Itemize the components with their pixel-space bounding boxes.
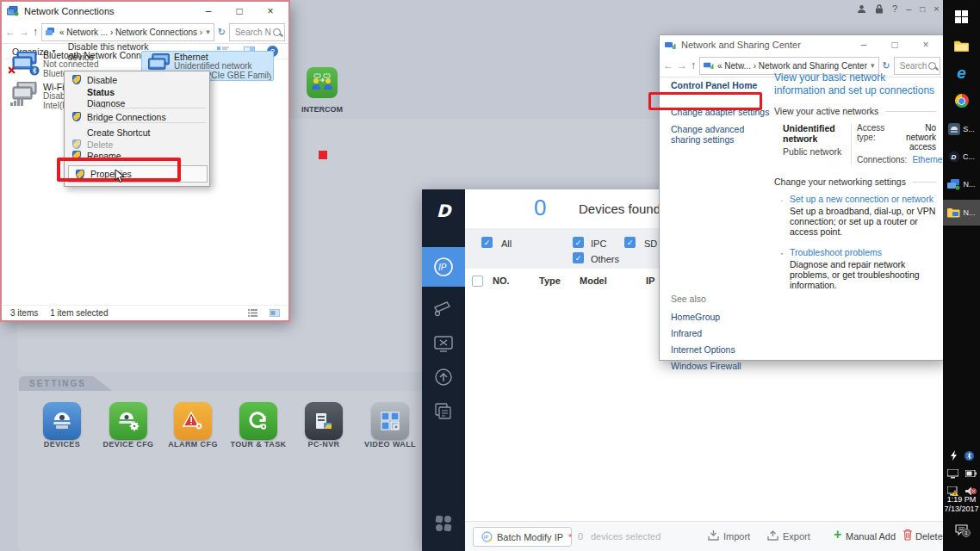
bluetooth-tray-icon[interactable] [964, 451, 974, 461]
troubleshoot-link[interactable]: Troubleshoot problems [790, 247, 936, 257]
pc-nvr-icon[interactable] [305, 402, 343, 440]
import-button[interactable]: Import [723, 531, 750, 542]
nav-logs-icon[interactable] [422, 394, 465, 429]
nsc-up[interactable]: ↑ [691, 59, 696, 71]
filter-all-checkbox[interactable]: ✓ [481, 237, 493, 248]
filter-sd-label: SD [644, 238, 657, 249]
sync-icon[interactable] [950, 450, 958, 461]
nc-forward[interactable]: → [19, 26, 29, 38]
chrome-icon[interactable] [943, 90, 980, 112]
lock-icon[interactable] [875, 4, 884, 14]
task-configtool[interactable]: D C... [943, 145, 980, 169]
nsc-forward[interactable]: → [677, 59, 687, 71]
details-view-icon[interactable] [248, 309, 257, 317]
nsc-maximize[interactable]: □ [882, 39, 908, 51]
task-network-connections-active[interactable]: N... [943, 200, 980, 226]
task-network[interactable]: N... [943, 172, 980, 196]
connections-ethernet-link[interactable]: Ethernet [912, 155, 945, 164]
devices-icon[interactable] [43, 402, 81, 440]
nsc-minimize[interactable]: – [851, 39, 877, 51]
nsc-breadcrumb-dropdown[interactable]: ▾ [871, 61, 875, 70]
nc-minimize[interactable]: – [195, 5, 221, 17]
filter-sd-checkbox[interactable]: ✓ [624, 237, 636, 248]
nsc-close[interactable]: × [913, 39, 939, 51]
close-icon[interactable]: × [933, 3, 939, 14]
nc-search[interactable] [229, 23, 285, 41]
task-smartpss[interactable]: S... [943, 117, 980, 141]
filter-others-checkbox[interactable]: ✓ [573, 252, 584, 263]
nc-breadcrumb-path: « Network ... › Network Connections › [59, 28, 202, 37]
menu-item-create-shortcut[interactable]: Create Shortcut [65, 127, 214, 138]
select-all-checkbox[interactable] [472, 276, 483, 287]
nav-upgrade-icon[interactable] [422, 360, 465, 394]
user-icon[interactable] [857, 4, 866, 14]
filter-ipc-label: IPC [591, 238, 606, 249]
nc-breadcrumb-dropdown[interactable]: ▾ [206, 28, 210, 36]
record-indicator [319, 151, 327, 159]
adapter-wifi-name[interactable]: Wi-Fi [43, 83, 65, 91]
control-panel-home-link[interactable]: Control Panel Home [671, 80, 772, 90]
menu-item-rename[interactable]: Rename [65, 150, 214, 161]
menu-item-disable[interactable]: Disable [65, 74, 214, 85]
filter-all-label: All [501, 238, 512, 249]
uac-shield-icon [72, 139, 81, 149]
tour-task-icon[interactable] [239, 402, 277, 440]
windows-firewall-link[interactable]: Windows Firewall [671, 361, 741, 371]
nav-ip-icon[interactable]: IP [422, 247, 465, 287]
help-icon[interactable]: ? [892, 3, 897, 14]
manual-add-button[interactable]: Manual Add [846, 531, 896, 542]
setup-connection-link[interactable]: Set up a new connection or network [790, 194, 936, 204]
nc-breadcrumb[interactable]: « Network ... › Network Connections › ▾ [41, 23, 214, 41]
nav-device-config-icon[interactable] [422, 291, 465, 325]
nsc-main: View your basic network information and … [774, 71, 936, 290]
nc-titlebar[interactable]: Network Connections – □ × [2, 2, 288, 21]
display-tray-icon[interactable] [947, 469, 958, 479]
thumbnail-view-icon[interactable] [270, 309, 280, 317]
infrared-link[interactable]: Infrared [671, 328, 741, 338]
file-explorer-icon[interactable] [943, 34, 980, 57]
homegroup-link[interactable]: HomeGroup [671, 312, 741, 322]
menu-item-bridge-connections[interactable]: Bridge Connections [65, 111, 214, 122]
delete-button[interactable]: Delete [915, 531, 943, 542]
battery-tray-icon[interactable] [965, 470, 977, 477]
video-wall-icon[interactable] [371, 402, 409, 440]
bluetooth-adapter-icon[interactable] [9, 52, 40, 76]
nav-apps-icon[interactable] [422, 506, 465, 541]
change-advanced-sharing-link[interactable]: Change advanced sharing settings [671, 124, 766, 145]
nc-maximize[interactable]: □ [226, 5, 252, 17]
nsc-search-input[interactable] [898, 60, 928, 71]
adapter-ethernet-name[interactable]: Ethernet [174, 53, 208, 61]
batch-modify-ip-button[interactable]: IP Batch Modify IP [473, 527, 572, 547]
network-name: Unidentified network [783, 123, 851, 144]
wifi-adapter-icon[interactable] [9, 82, 40, 106]
minimize-icon[interactable]: – [906, 3, 911, 14]
menu-item-properties[interactable]: Properties [68, 165, 208, 183]
intercom-icon[interactable] [307, 67, 338, 98]
filter-ipc-checkbox[interactable]: ✓ [573, 237, 584, 248]
nc-back[interactable]: ← [5, 26, 16, 38]
action-center-icon[interactable]: 1 [943, 518, 980, 541]
restore-icon[interactable]: □ [920, 4, 925, 14]
nav-system-settings-icon[interactable] [422, 327, 465, 362]
alarm-cfg-icon[interactable] [174, 402, 212, 440]
nsc-window-icon [665, 40, 676, 50]
nc-close[interactable]: × [257, 5, 283, 17]
export-button[interactable]: Export [783, 531, 810, 542]
dahua-logo: Ⅾ [422, 196, 465, 226]
nsc-heading: View your basic network information and … [774, 71, 936, 97]
menu-item-status[interactable]: Status [65, 86, 214, 97]
nc-up[interactable]: ↑ [33, 26, 38, 38]
nsc-back[interactable]: ← [663, 59, 673, 71]
svg-text:IP: IP [484, 535, 489, 540]
internet-explorer-icon[interactable]: e [943, 62, 980, 84]
nsc-titlebar[interactable]: Network and Sharing Center – □ × [660, 35, 944, 54]
device-cfg-icon[interactable] [109, 402, 147, 440]
settings-tab[interactable]: SETTINGS [19, 376, 112, 391]
nc-refresh-icon[interactable]: ↻ [218, 27, 226, 38]
start-button[interactable] [943, 5, 980, 28]
nc-search-input[interactable] [233, 27, 273, 38]
nsc-refresh-icon[interactable]: ↻ [883, 60, 890, 71]
change-adapter-settings-link[interactable]: Change adapter settings [671, 107, 772, 117]
internet-options-link[interactable]: Internet Options [671, 344, 741, 355]
taskbar-clock[interactable]: 1:19 PM 7/13/2017 [943, 492, 980, 517]
